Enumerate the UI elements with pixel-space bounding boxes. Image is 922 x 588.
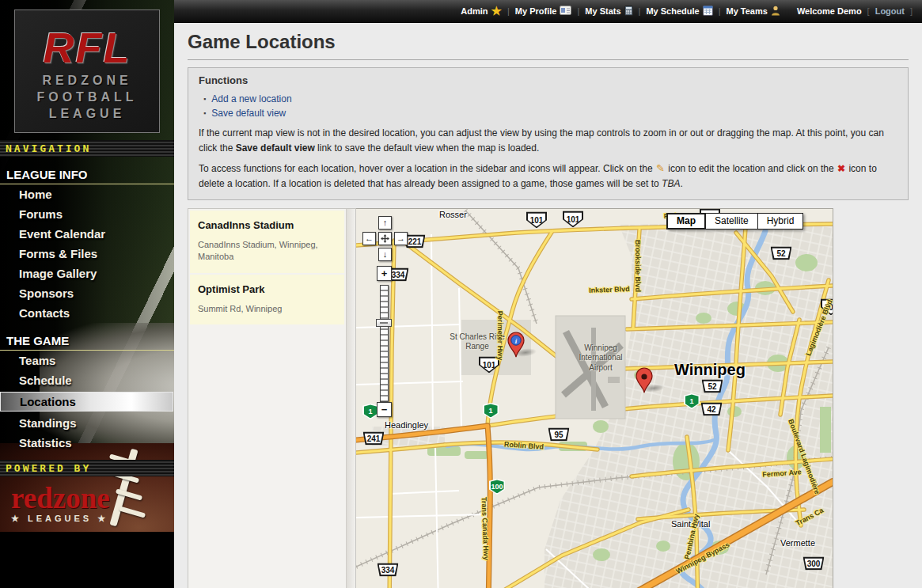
my-stats-label: My Stats bbox=[585, 6, 620, 16]
map-type-satellite-button[interactable]: Satellite bbox=[705, 213, 758, 230]
vertical-scrollbar[interactable] bbox=[346, 209, 355, 588]
person-icon bbox=[771, 6, 780, 17]
text: . bbox=[680, 178, 682, 189]
route-shield-95: 95 bbox=[548, 427, 570, 441]
four-way-arrow-icon bbox=[381, 234, 389, 243]
separator: | bbox=[577, 6, 579, 16]
route-shield-101: 101 bbox=[563, 211, 583, 227]
topbar-my-teams-link[interactable]: My Teams bbox=[727, 6, 780, 17]
zoom-slider-track[interactable] bbox=[380, 285, 389, 402]
navigation-band: NAVIGATION bbox=[0, 140, 174, 157]
zoom-slider-handle[interactable] bbox=[376, 319, 392, 327]
section-title-league-info: LEAGUE INFO bbox=[0, 163, 174, 184]
location-address: Summit Rd, Winnipeg bbox=[198, 303, 338, 315]
locations-list-panel: CanadInns Stadium CanadInns Stadium, Win… bbox=[188, 208, 356, 588]
sidebar-item-schedule[interactable]: Schedule bbox=[0, 370, 174, 390]
sidebar-item-contacts[interactable]: Contacts bbox=[0, 303, 174, 323]
map-canvas[interactable] bbox=[356, 209, 833, 588]
topbar-my-schedule-link[interactable]: My Schedule bbox=[646, 6, 712, 17]
route-shield-241: 241 bbox=[363, 431, 385, 445]
bracket: [ bbox=[867, 6, 870, 16]
route-shield-334: 334 bbox=[378, 563, 399, 576]
location-card-optimist[interactable]: Optimist Park Summit Rd, Winnipeg bbox=[190, 275, 344, 325]
route-shield-52: 52 bbox=[771, 246, 792, 260]
location-card-canadinns[interactable]: CanadInns Stadium CanadInns Stadium, Win… bbox=[190, 211, 344, 273]
route-shield-101: 101 bbox=[479, 356, 499, 373]
pan-down-button[interactable]: ↓ bbox=[378, 248, 392, 261]
topbar-admin-link[interactable]: Admin ★ bbox=[461, 6, 502, 16]
route-shield-101: 101 bbox=[821, 298, 833, 315]
topbar-my-stats-link[interactable]: My Stats bbox=[585, 6, 632, 17]
trans-canada-shield-1: 1 bbox=[483, 403, 499, 419]
sidebar-footer-background bbox=[0, 532, 174, 588]
map-pin-marker[interactable] bbox=[633, 366, 655, 393]
sidebar-item-sponsors[interactable]: Sponsors bbox=[0, 283, 174, 303]
instructions-paragraph-2: To access functions for each location, h… bbox=[199, 161, 897, 192]
route-shield-100: 100 bbox=[489, 479, 505, 495]
location-name: CanadInns Stadium bbox=[198, 219, 338, 231]
sidebar-item-standings[interactable]: Standings bbox=[0, 413, 174, 433]
league-logo[interactable]: RFL REDZONE FOOTBALL LEAGUE bbox=[14, 9, 160, 133]
sidebar-item-teams[interactable]: Teams bbox=[0, 351, 174, 370]
pan-right-button[interactable]: → bbox=[394, 232, 408, 245]
add-location-link[interactable]: Add a new location bbox=[211, 93, 291, 104]
text: icon to edit the location and click on t… bbox=[666, 163, 837, 174]
save-default-view-link[interactable]: Save default view bbox=[211, 108, 286, 119]
star-icon: ★ bbox=[491, 7, 502, 15]
route-shield-300: 300 bbox=[803, 556, 825, 570]
route-shield-42: 42 bbox=[701, 402, 723, 415]
map-pin-info-marker[interactable]: i bbox=[505, 331, 527, 358]
sidebar-item-event-calendar[interactable]: Event Calendar bbox=[0, 224, 174, 244]
text: link to save the default view when the m… bbox=[315, 142, 540, 154]
text: To access functions for each location, h… bbox=[199, 163, 655, 174]
map-type-buttons: Map Satellite Hybrid bbox=[667, 213, 803, 230]
route-shield-52: 52 bbox=[702, 379, 723, 393]
redzone-logo-text: redzone bbox=[11, 484, 174, 513]
zoom-in-button[interactable]: + bbox=[377, 266, 392, 281]
list-item: ▪ Add a new location bbox=[199, 92, 897, 106]
functions-links: ▪ Add a new location ▪ Save default view bbox=[199, 92, 897, 120]
welcome-text: Welcome Demo bbox=[797, 6, 862, 16]
powered-by-band: POWERED BY bbox=[0, 460, 174, 476]
delete-icon: ✖ bbox=[837, 163, 846, 174]
list-item: ▪ Save default view bbox=[199, 106, 897, 120]
page-title: Game Locations bbox=[188, 31, 909, 60]
calendar-icon bbox=[703, 6, 713, 17]
calculator-icon bbox=[624, 6, 633, 17]
instructions-paragraph-1: If the current map view is not in the de… bbox=[199, 126, 897, 155]
bullet-icon: ▪ bbox=[203, 109, 206, 117]
sidebar-item-statistics[interactable]: Statistics bbox=[0, 433, 174, 453]
separator: | bbox=[719, 6, 721, 16]
my-teams-label: My Teams bbox=[727, 6, 768, 16]
logo-word: FOOTBALL bbox=[15, 89, 159, 105]
bracket: ] bbox=[910, 6, 913, 16]
map-type-hybrid-button[interactable]: Hybrid bbox=[757, 213, 804, 230]
sidebar-item-forums[interactable]: Forums bbox=[0, 204, 174, 224]
logo-word: REDZONE bbox=[15, 72, 159, 89]
sidebar-item-forms-files[interactable]: Forms & Files bbox=[0, 244, 174, 264]
pan-left-button[interactable]: ← bbox=[362, 232, 376, 245]
zoom-out-button[interactable]: − bbox=[377, 402, 392, 417]
my-schedule-label: My Schedule bbox=[646, 6, 699, 16]
trans-canada-shield-1: 1 bbox=[684, 393, 700, 409]
logo-word: LEAGUE bbox=[15, 105, 159, 122]
logo-acronym: RFL bbox=[15, 23, 159, 72]
map-type-map-button[interactable]: Map bbox=[666, 213, 706, 230]
map: Rosser Headingley Oak Bluff Winnipeg Sai… bbox=[356, 208, 833, 588]
separator: | bbox=[507, 6, 510, 16]
bold-text: Save default view bbox=[236, 142, 315, 154]
panels-row: CanadInns Stadium CanadInns Stadium, Win… bbox=[188, 208, 909, 588]
admin-label: Admin bbox=[461, 6, 488, 16]
redzone-leagues-logo[interactable]: redzone ★ LEAGUES ★ bbox=[0, 476, 174, 524]
sidebar-item-locations[interactable]: Locations bbox=[0, 392, 173, 412]
pan-center-button[interactable] bbox=[378, 232, 392, 245]
sidebar-item-home[interactable]: Home bbox=[0, 184, 174, 204]
route-shield-101: 101 bbox=[526, 211, 547, 228]
id-card-icon bbox=[560, 6, 571, 17]
pan-up-button[interactable]: ↑ bbox=[378, 216, 392, 230]
logout-link[interactable]: Logout bbox=[875, 6, 905, 16]
italic-text: TBA bbox=[662, 178, 680, 189]
section-title-the-game: THE GAME bbox=[0, 329, 174, 351]
topbar-my-profile-link[interactable]: My Profile bbox=[515, 6, 572, 17]
sidebar-item-image-gallery[interactable]: Image Gallery bbox=[0, 264, 174, 283]
